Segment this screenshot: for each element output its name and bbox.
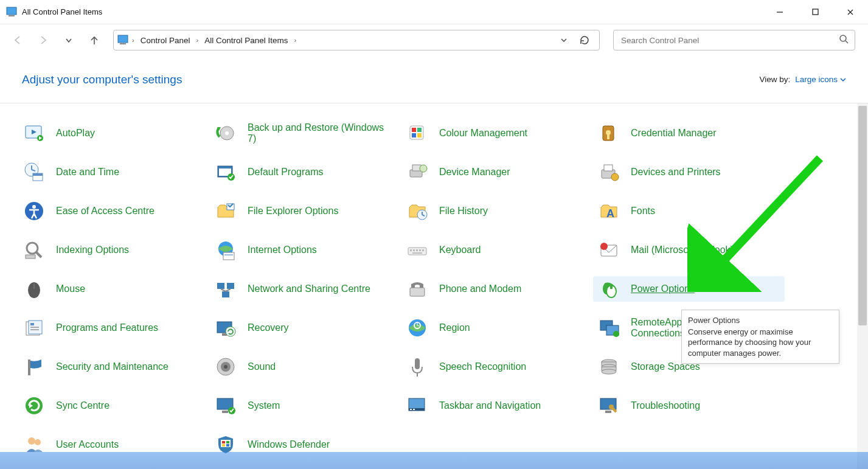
cpl-item-keyboard[interactable]: Keyboard — [401, 237, 593, 263]
cpl-item-label: Mouse — [56, 283, 85, 294]
view-by: View by: Large icons — [759, 75, 846, 84]
control-panel-icon — [6, 7, 17, 18]
svg-rect-30 — [33, 173, 43, 176]
cpl-item-label: Ease of Access Centre — [56, 206, 155, 217]
remoteapp-icon — [597, 316, 621, 340]
address-history-button[interactable] — [557, 33, 571, 47]
cpl-item-troubleshoot[interactable]: Troubleshooting — [593, 393, 785, 419]
cpl-item-label: Phone and Modem — [439, 283, 521, 294]
svg-rect-38 — [604, 165, 613, 171]
address-bar[interactable]: › Control Panel › All Control Panel Item… — [113, 30, 600, 50]
cpl-item-mail[interactable]: Mail (Microsoft Outlook) — [593, 237, 785, 263]
cpl-item-label: Sound — [248, 361, 276, 372]
close-button[interactable] — [833, 0, 868, 24]
search-box[interactable] — [613, 30, 855, 50]
svg-rect-106 — [410, 409, 412, 410]
svg-rect-7 — [118, 35, 128, 43]
search-input[interactable] — [620, 35, 839, 46]
svg-rect-114 — [222, 441, 225, 443]
cpl-item-label: File History — [439, 206, 488, 217]
svg-line-48 — [36, 252, 41, 257]
breadcrumb-root[interactable]: Control Panel — [138, 35, 193, 46]
vertical-scrollbar[interactable] — [857, 103, 868, 469]
filehist-icon — [405, 199, 429, 223]
cpl-item-label: Internet Options — [248, 245, 317, 255]
svg-point-24 — [606, 130, 611, 135]
cpl-item-network[interactable]: Network and Sharing Centre — [210, 276, 401, 302]
svg-line-10 — [845, 41, 848, 43]
cpl-item-speech[interactable]: Speech Recognition — [401, 354, 593, 380]
cpl-item-mouse[interactable]: Mouse — [18, 276, 210, 302]
cpl-item-devicemgr[interactable]: Device Manager — [401, 159, 593, 185]
recent-locations-button[interactable] — [58, 30, 79, 50]
forward-button[interactable] — [33, 30, 54, 50]
cpl-item-label: AutoPlay — [56, 128, 95, 139]
svg-point-91 — [224, 365, 227, 369]
cpl-item-label: File Explorer Options — [248, 206, 338, 217]
cpl-item-label: Fonts — [631, 206, 655, 217]
cpl-item-system[interactable]: System — [210, 393, 401, 419]
control-panel-mini-icon — [117, 35, 128, 46]
cpl-item-taskbar[interactable]: Taskbar and Navigation — [401, 393, 593, 419]
cpl-item-sound[interactable]: Sound — [210, 354, 401, 380]
cpl-item-label: Recovery — [248, 322, 289, 333]
cpl-item-internet[interactable]: Internet Options — [210, 237, 401, 263]
cpl-item-recovery[interactable]: Recovery — [210, 315, 401, 341]
chevron-right-icon[interactable]: › — [293, 36, 297, 44]
devprint-icon — [597, 160, 621, 184]
minimize-button[interactable] — [762, 0, 797, 24]
svg-point-110 — [609, 405, 614, 409]
cpl-item-security[interactable]: Security and Maintenance — [18, 354, 210, 380]
view-by-dropdown[interactable]: Large icons — [795, 75, 846, 84]
maximize-button[interactable] — [797, 0, 833, 24]
cpl-item-ease[interactable]: Ease of Access Centre — [18, 198, 210, 224]
svg-rect-0 — [7, 7, 16, 15]
colour-icon — [405, 121, 429, 145]
refresh-button[interactable] — [574, 30, 595, 50]
ease-icon — [22, 199, 46, 223]
cpl-item-label: Region — [439, 322, 470, 333]
cpl-item-datetime[interactable]: Date and Time — [18, 159, 210, 185]
cpl-item-power[interactable]: Power Options — [593, 276, 785, 302]
scrollbar-thumb[interactable] — [858, 106, 867, 325]
svg-point-98 — [602, 369, 616, 374]
cpl-item-autoplay[interactable]: AutoPlay — [18, 120, 210, 146]
cpl-item-fonts[interactable]: AFonts — [593, 198, 785, 224]
up-button[interactable] — [84, 30, 105, 50]
cpl-item-folderopts[interactable]: File Explorer Options — [210, 198, 401, 224]
cpl-item-defaultprogs[interactable]: Default Programs — [210, 159, 401, 185]
cpl-item-phone[interactable]: Phone and Modem — [401, 276, 593, 302]
tooltip-body: Conserve energy or maximise performance … — [688, 327, 833, 359]
cpl-item-label: Indexing Options — [56, 245, 129, 255]
cpl-item-label: Security and Maintenance — [56, 361, 168, 372]
breadcrumb-current[interactable]: All Control Panel Items — [202, 35, 290, 46]
cpl-item-indexing[interactable]: Indexing Options — [18, 237, 210, 263]
cpl-item-label: Keyboard — [439, 245, 481, 255]
cpl-item-label: Default Programs — [248, 167, 324, 178]
svg-rect-116 — [222, 444, 225, 446]
svg-rect-115 — [226, 441, 229, 443]
chevron-right-icon[interactable]: › — [131, 36, 136, 44]
chevron-right-icon[interactable]: › — [195, 36, 200, 44]
taskbar-icon — [405, 394, 429, 418]
troubleshoot-icon — [597, 394, 621, 418]
indexing-icon — [22, 238, 46, 262]
cpl-item-region[interactable]: Region — [401, 315, 593, 341]
cpl-item-filehist[interactable]: File History — [401, 198, 593, 224]
cpl-item-backup[interactable]: Back up and Restore (Windows 7) — [210, 120, 401, 146]
cpl-item-sync[interactable]: Sync Centre — [18, 393, 210, 419]
svg-rect-8 — [120, 43, 126, 44]
cpl-item-devprint[interactable]: Devices and Printers — [593, 159, 785, 185]
cpl-item-colour[interactable]: Colour Management — [401, 120, 593, 146]
back-button[interactable] — [7, 30, 28, 50]
svg-text:A: A — [606, 207, 614, 220]
svg-rect-107 — [413, 409, 415, 410]
internet-icon — [214, 238, 238, 262]
cpl-item-credential[interactable]: Credential Manager — [593, 120, 785, 146]
svg-rect-66 — [227, 283, 234, 289]
cpl-item-programs[interactable]: Programs and Features — [18, 315, 210, 341]
tooltip: Power Options Conserve energy or maximis… — [681, 310, 839, 364]
svg-point-9 — [840, 35, 846, 41]
credential-icon — [597, 121, 621, 145]
cpl-item-label: Power Options — [631, 283, 695, 294]
